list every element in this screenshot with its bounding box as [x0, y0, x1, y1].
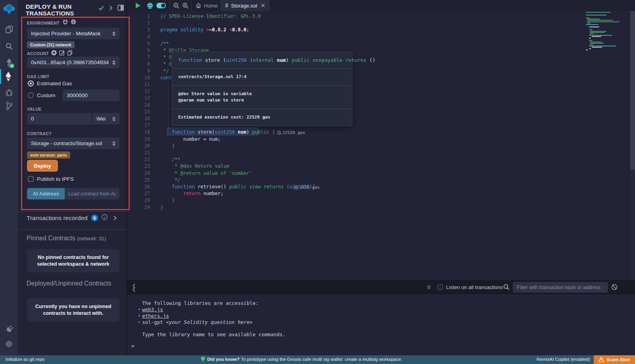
search-icon[interactable] — [0, 40, 18, 53]
line-number: 27 — [127, 190, 150, 197]
code-editor[interactable]: 1// SPDX-License-Identifier: GPL-3.023pr… — [127, 11, 635, 280]
sign-message-icon[interactable] — [59, 50, 65, 57]
estimated-gas-label[interactable]: Estimated Gas — [37, 80, 72, 86]
minimap-line — [589, 46, 616, 46]
minimap-line — [592, 36, 601, 37]
scrollbar-thumb[interactable] — [630, 11, 635, 170]
transactions-expand-chevron-icon[interactable] — [113, 215, 117, 222]
terminal-prompt[interactable]: > — [131, 343, 135, 349]
tab-home[interactable]: Home — [192, 0, 222, 11]
line-number: 11 — [127, 81, 150, 88]
transaction-filter-input[interactable] — [513, 282, 608, 293]
home-tab-label: Home — [204, 3, 218, 9]
panel-chevron-right-icon[interactable] — [109, 5, 113, 12]
transactions-info-icon[interactable] — [102, 214, 108, 222]
listen-all-transactions-label[interactable]: Listen on all transactions — [446, 284, 503, 290]
minimap-line — [592, 47, 602, 48]
terminal-expand-icon[interactable]: ❮❮ — [132, 284, 136, 291]
add-account-icon[interactable] — [51, 50, 57, 57]
git-init-button[interactable]: Initialize as git repo — [6, 357, 44, 362]
zoom-out-icon[interactable] — [173, 2, 180, 11]
minimap-line — [586, 50, 588, 50]
lightbulb-icon — [201, 356, 205, 363]
line-number: 14 — [127, 102, 150, 109]
editor-minimap[interactable] — [586, 12, 629, 67]
warning-icon — [598, 357, 604, 362]
value-input[interactable] — [27, 113, 92, 125]
code-text: /** — [160, 40, 169, 47]
run-script-play-icon[interactable] — [136, 3, 140, 8]
copilot-status[interactable]: RemixAI Copilot (enabled) — [537, 357, 590, 362]
zoom-in-icon[interactable] — [182, 2, 189, 11]
tooltip-docs: @dev Store value in variable @param num … — [172, 86, 352, 109]
line-number: 29 — [127, 204, 150, 211]
line-number: 12 — [127, 88, 150, 95]
code-line: 28 } — [127, 197, 635, 204]
bullet: • — [138, 319, 141, 325]
solidity-compiler-icon[interactable] — [0, 56, 18, 70]
contract-value: Storage - contracts/Storage.sol — [31, 140, 102, 146]
bullet: • — [138, 313, 141, 319]
minimap-line — [587, 19, 600, 19]
scam-alert-button[interactable]: Scam Alert — [594, 355, 635, 364]
line-number: 5 — [127, 40, 150, 47]
pin-panel-icon[interactable] — [117, 5, 124, 12]
minimap-line — [587, 21, 620, 22]
git-icon[interactable] — [0, 99, 18, 113]
pinned-contracts-text: Pinned Contracts — [27, 235, 75, 241]
line-number: 21 — [127, 149, 150, 156]
deployed-empty-message: Currently you have no unpinnedcontracts … — [27, 298, 119, 322]
code-line: 26 function retrieve() public view retur… — [127, 183, 635, 190]
remix-logo-icon[interactable] — [0, 2, 18, 16]
code-line: 27 return number; — [127, 190, 635, 197]
minimap-line — [590, 42, 602, 42]
deploy-button[interactable]: Deploy — [27, 160, 58, 172]
code-line: 3pragma solidity >=0.8.2 <0.9.0; — [127, 26, 635, 33]
editor-scrollbar[interactable] — [630, 11, 635, 280]
copy-account-icon[interactable] — [67, 50, 73, 57]
environment-select[interactable]: Injected Provider - MetaMask — [27, 28, 119, 39]
code-line: 24 * @return value of 'number' — [127, 170, 635, 177]
debugger-icon[interactable] — [0, 86, 18, 99]
chevron-updown-icon — [112, 60, 115, 65]
copilot-toggle[interactable] — [156, 3, 166, 8]
value-unit-select[interactable]: Wei — [92, 113, 119, 125]
code-line: 4 — [127, 33, 635, 40]
custom-gas-input[interactable] — [63, 90, 119, 101]
line-number: 4 — [127, 33, 150, 40]
at-address-button[interactable]: At Address — [27, 188, 65, 199]
ai-copilot-robot-icon[interactable] — [146, 2, 154, 11]
custom-gas-radio[interactable] — [28, 92, 34, 98]
minimap-line — [590, 31, 606, 32]
custom-gas-label[interactable]: Custom — [37, 92, 56, 98]
listen-all-transactions-checkbox[interactable] — [437, 284, 443, 290]
ethers-link[interactable]: ethers.js — [142, 313, 169, 319]
terminal-output[interactable]: The following libraries are accessible: … — [127, 295, 635, 355]
tab-storage-sol[interactable]: S Storage.sol ✕ — [221, 0, 269, 11]
close-tab-icon[interactable]: ✕ — [261, 2, 266, 9]
environment-info-icon[interactable]: i — [71, 19, 76, 26]
account-select[interactable]: 0xA03...85ac4 (0.398673504934 — [27, 57, 119, 68]
file-explorer-icon[interactable] — [0, 23, 18, 36]
fork-state-icon[interactable] — [63, 19, 68, 26]
deploy-run-icon[interactable] — [0, 70, 18, 83]
settings-gear-icon[interactable] — [0, 337, 18, 351]
code-line: 20 } — [127, 142, 635, 149]
plugin-manager-icon[interactable] — [0, 322, 18, 335]
terminal-listen-count: 0 — [427, 284, 430, 290]
contract-select[interactable]: Storage - contracts/Storage.sol — [27, 138, 119, 149]
line-number: 25 — [127, 176, 150, 184]
main-area: Home S Storage.sol ✕ 1// SPDX-License-Id… — [127, 0, 635, 355]
terminal-search-icon[interactable] — [503, 284, 510, 292]
chevron-updown-icon — [112, 141, 115, 146]
estimated-gas-radio[interactable] — [28, 80, 34, 86]
storage-tab-label: Storage.sol — [231, 3, 257, 9]
publish-ipfs-checkbox[interactable] — [28, 176, 34, 182]
clear-console-icon[interactable] — [611, 284, 618, 292]
at-address-input[interactable] — [65, 188, 119, 199]
line-number: 18 — [127, 128, 150, 136]
publish-ipfs-label[interactable]: Publish to IPFS — [37, 176, 74, 182]
web3-link[interactable]: web3.js — [142, 307, 163, 312]
code-text: } — [160, 204, 163, 211]
evm-version-badge: evm version: paris — [27, 151, 70, 159]
